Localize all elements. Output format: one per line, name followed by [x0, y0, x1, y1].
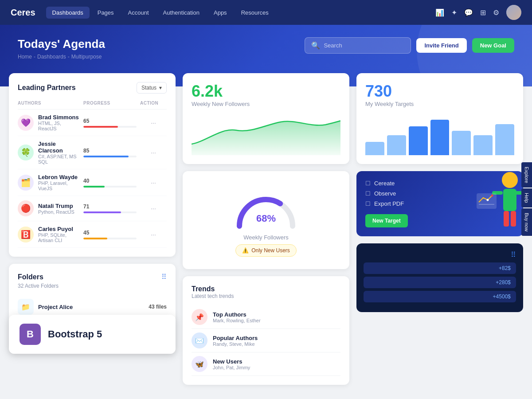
progress-container: 45 — [83, 230, 137, 239]
author-details: Natali Trump Python, ReactJS — [38, 203, 74, 215]
svg-point-9 — [487, 199, 489, 201]
page-title: Todays' Agenda — [18, 37, 514, 51]
table-row: 🅱️ Carles Puyol PHP, SQLite, Artisan CLI… — [18, 221, 167, 248]
nav-resources[interactable]: Resources — [235, 7, 275, 19]
new-goal-button[interactable]: New Goal — [472, 38, 514, 53]
folder-name: Project Alice — [38, 304, 73, 310]
nav-dashboards[interactable]: Dashboards — [46, 7, 90, 19]
author-tech: HTML, JS, ReactJS — [38, 121, 80, 131]
bootstrap-title: Bootstrap 5 — [48, 329, 102, 340]
message-icon[interactable]: 💬 — [464, 8, 473, 17]
author-info: 🔴 Natali Trump Python, ReactJS — [18, 200, 80, 216]
action-button[interactable]: ··· — [140, 231, 167, 238]
trend-info: Top Authors Mark, Rowling, Esther — [213, 311, 261, 323]
help-label[interactable]: Help — [521, 188, 532, 207]
sparkle-icon[interactable]: ✦ — [451, 8, 457, 17]
breadcrumb-multipurpose[interactable]: Multipurpose — [71, 54, 102, 60]
table-row: 🔴 Natali Trump Python, ReactJS 71 ··· — [18, 196, 167, 221]
checkbox-icon: ☐ — [365, 180, 371, 187]
trend-icon: ✉️ — [192, 332, 207, 348]
folders-subtitle: 32 Active Folders — [18, 283, 167, 289]
avatar[interactable] — [506, 5, 521, 20]
svg-point-10 — [491, 195, 493, 197]
navbar: Ceres Dashboards Pages Account Authentic… — [0, 0, 532, 25]
status-label: Status — [141, 85, 156, 91]
breadcrumb: Home - Dashboards - Multipurpose — [18, 54, 514, 60]
svg-text:68%: 68% — [256, 213, 276, 224]
trend-info: Popular Authors Randy, Steve, Mike — [213, 335, 258, 347]
navbar-icons: 📊 ✦ 💬 ⊞ ⚙ — [435, 5, 521, 20]
progress-bar — [83, 238, 137, 239]
progress-label: 71 — [83, 203, 137, 210]
progress-label: 65 — [83, 118, 137, 124]
target-figure — [474, 171, 523, 236]
action-button[interactable]: ··· — [140, 205, 167, 212]
grid-icon[interactable]: ⊞ — [480, 8, 486, 17]
avatar: 🗂️ — [18, 175, 34, 191]
target-panel-card: ☐ Cereate ☐ Observe ☐ Export PDF New Tar… — [356, 171, 523, 236]
author-tech: PHP, Laravel, VueJS — [38, 180, 80, 191]
settings-icon[interactable]: ⚙ — [493, 8, 499, 17]
trend-name: Top Authors — [213, 311, 261, 318]
dark-panel: ⠿ +82$ +280$ +4500$ — [356, 243, 523, 312]
action-button[interactable]: ··· — [140, 149, 167, 156]
invite-friend-button[interactable]: Invite Friend — [416, 38, 466, 53]
progress-bar — [83, 156, 137, 157]
table-row: 💜 Brad Simmons HTML, JS, ReactJS 65 ··· — [18, 110, 167, 136]
figure-svg — [474, 171, 523, 236]
bar-item — [409, 126, 428, 155]
trend-desc: Mark, Rowling, Esther — [213, 318, 261, 323]
svg-rect-6 — [511, 211, 516, 227]
trends-card: Trends Latest tech trends 📌 Top Authors … — [183, 276, 349, 385]
item-label: Export PDF — [374, 200, 404, 207]
breadcrumb-dashboards[interactable]: Dashboards — [37, 54, 66, 60]
search-input[interactable] — [324, 42, 404, 49]
avatar: 🅱️ — [18, 227, 34, 243]
chart-icon[interactable]: 📊 — [435, 8, 444, 17]
breadcrumb-home[interactable]: Home — [18, 54, 32, 60]
progress-container: 40 — [83, 178, 137, 188]
table-row: 🗂️ Lebron Wayde PHP, Laravel, VueJS 40 ·… — [18, 169, 167, 196]
more-options-icon[interactable]: ⠿ — [161, 273, 167, 281]
nav-apps[interactable]: Apps — [207, 7, 233, 19]
search-box[interactable]: 🔍 — [305, 37, 411, 54]
action-button[interactable]: ··· — [140, 119, 167, 126]
gauge-card: 68% Weekly Followers ⚠️ Only New Users — [183, 171, 349, 269]
buy-now-label[interactable]: Buy now — [521, 208, 532, 236]
left-column: Leading Partners Status ▾ AUTHORS PROGRE… — [9, 73, 176, 385]
nav-authentication[interactable]: Authentication — [157, 7, 206, 19]
badge-text: Only New Users — [251, 247, 290, 254]
trend-desc: Randy, Steve, Mike — [213, 341, 258, 347]
col-action: ACTION — [140, 101, 167, 106]
nav-pages[interactable]: Pages — [91, 7, 120, 19]
dots-icon: ⠿ — [511, 251, 516, 258]
explore-label[interactable]: Explore — [521, 162, 532, 188]
author-tech: PHP, SQLite, Artisan CLI — [38, 232, 80, 243]
nav-account[interactable]: Account — [122, 7, 155, 19]
progress-container: 71 — [83, 203, 137, 213]
targets-number: 730 — [365, 82, 514, 101]
author-tech: C#, ASP.NET, MS SQL — [38, 154, 80, 164]
status-dropdown[interactable]: Status ▾ — [137, 82, 167, 94]
trends-title: Trends — [192, 285, 340, 293]
folder-file-count: 43 files — [149, 304, 167, 310]
dots-decoration: ⠿ — [364, 250, 516, 259]
trend-name: Popular Authors — [213, 335, 258, 341]
action-button[interactable]: ··· — [140, 179, 167, 186]
brand[interactable]: Ceres — [11, 8, 35, 18]
trends-subtitle: Latest tech trends — [192, 293, 340, 299]
gauge-svg: 68% — [231, 191, 301, 231]
trend-info: New Users John, Pat, Jimmy — [213, 358, 250, 370]
bar-chart — [365, 111, 514, 155]
badge-item: +280$ — [364, 277, 516, 288]
breadcrumb-sep2: - — [68, 54, 70, 60]
gauge-label: Weekly Followers — [243, 234, 289, 241]
folders-header: Folders ⠿ — [18, 273, 167, 281]
right-column: 730 My Weekly Targets ☐ Cereate ☐ — [356, 73, 523, 385]
trend-icon: 📌 — [192, 309, 207, 325]
checkbox-icon: ☐ — [365, 200, 371, 207]
new-target-button[interactable]: New Target — [365, 214, 408, 227]
folder-details: Project Alice — [38, 304, 73, 310]
badge-item: +82$ — [364, 262, 516, 274]
targets-card: 730 My Weekly Targets — [356, 73, 523, 164]
